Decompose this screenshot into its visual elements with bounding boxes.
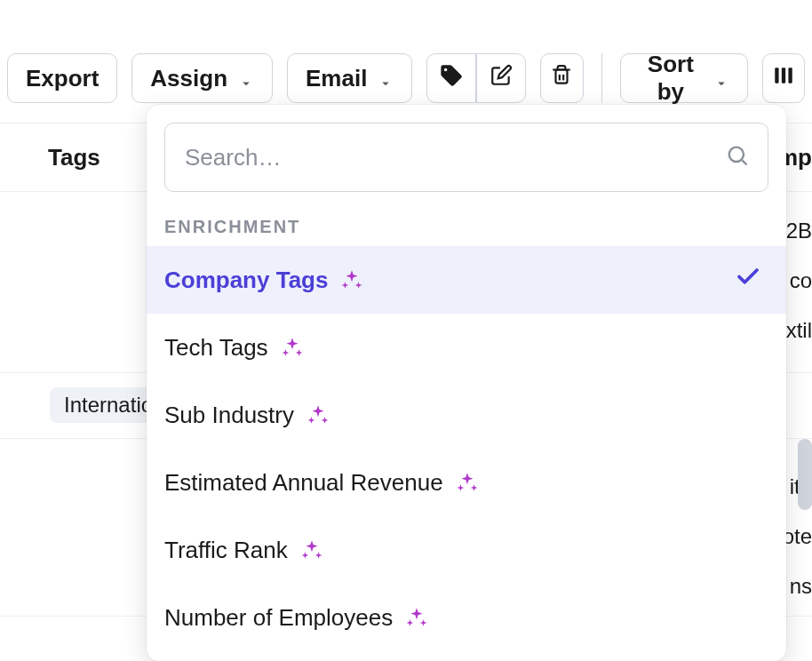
search-field-wrap[interactable] — [164, 123, 768, 192]
column-picker-panel: ENRICHMENT Company Tags Tech Tags Sub In… — [147, 105, 786, 661]
cell-fragment: ns — [790, 574, 812, 599]
option-label: Company Tags — [164, 267, 328, 294]
tag-icon — [439, 63, 464, 94]
svg-rect-3 — [775, 68, 778, 83]
delete-button[interactable] — [540, 53, 583, 103]
option-label: Number of Employees — [164, 604, 393, 632]
chevron-down-icon — [713, 70, 729, 86]
option-est-revenue[interactable]: Estimated Annual Revenue — [147, 449, 786, 516]
edit-button[interactable] — [476, 53, 526, 103]
search-input[interactable] — [183, 143, 725, 172]
columns-button[interactable] — [762, 53, 805, 103]
toolbar: Export Assign Email Sort by — [7, 53, 805, 103]
sparkle-icon — [281, 336, 304, 359]
email-label: Email — [306, 65, 367, 92]
option-label: Traffic Rank — [164, 537, 288, 564]
sparkle-icon — [405, 606, 428, 629]
sortby-button[interactable]: Sort by — [620, 53, 748, 103]
option-label: Estimated Annual Revenue — [164, 469, 443, 497]
sparkle-icon — [300, 538, 323, 561]
option-sub-industry[interactable]: Sub Industry — [147, 381, 786, 449]
option-list: Company Tags Tech Tags Sub Industry — [147, 246, 786, 651]
edit-icon — [490, 64, 513, 93]
assign-label: Assign — [150, 65, 227, 92]
option-label: Sub Industry — [164, 402, 294, 429]
tag-button[interactable] — [426, 53, 476, 103]
toolbar-divider — [601, 53, 602, 103]
svg-rect-5 — [788, 68, 792, 83]
chevron-down-icon — [238, 70, 254, 86]
option-tech-tags[interactable]: Tech Tags — [147, 314, 786, 381]
trash-icon — [550, 64, 573, 93]
cell-fragment: 2B — [786, 219, 812, 243]
option-label: Tech Tags — [164, 334, 268, 362]
svg-point-6 — [729, 147, 744, 162]
svg-line-7 — [742, 160, 746, 164]
option-company-tags[interactable]: Company Tags — [147, 246, 786, 314]
export-label: Export — [26, 65, 99, 92]
cell-fragment: ote — [783, 524, 812, 549]
scrollbar-thumb[interactable] — [798, 439, 812, 510]
email-button[interactable]: Email — [287, 53, 412, 103]
sortby-label: Sort by — [639, 51, 703, 106]
sparkle-icon — [306, 403, 330, 426]
sparkle-icon — [456, 471, 479, 494]
column-header-tags[interactable]: Tags — [0, 144, 100, 171]
search-icon — [725, 143, 750, 171]
assign-button[interactable]: Assign — [131, 53, 273, 103]
cell-fragment: xtil — [786, 318, 812, 343]
check-icon — [735, 264, 761, 297]
tag-edit-group — [426, 53, 526, 103]
columns-icon — [772, 64, 795, 93]
option-num-employees[interactable]: Number of Employees — [147, 584, 786, 651]
svg-rect-0 — [556, 69, 568, 83]
export-button[interactable]: Export — [7, 53, 117, 103]
cell-fragment: co — [790, 268, 812, 293]
chevron-down-icon — [378, 70, 394, 86]
svg-rect-4 — [782, 68, 785, 83]
option-traffic-rank[interactable]: Traffic Rank — [147, 516, 786, 584]
section-header-enrichment: ENRICHMENT — [164, 217, 768, 237]
sparkle-icon — [340, 268, 363, 291]
